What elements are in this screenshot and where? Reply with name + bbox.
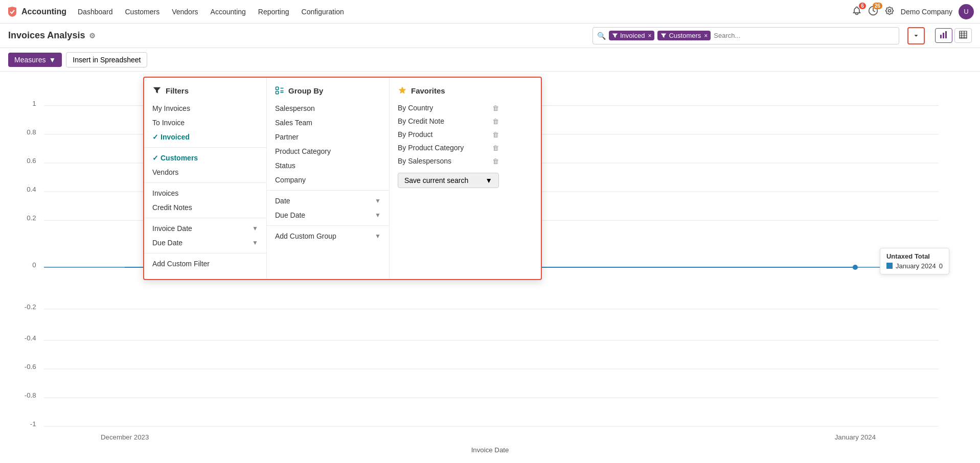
delete-by-credit-note[interactable]: 🗑 xyxy=(492,118,499,125)
filter-to-invoice[interactable]: To Invoice xyxy=(144,115,266,130)
filter-invoices[interactable]: Invoices xyxy=(144,186,266,200)
search-dropdown-button[interactable] xyxy=(907,27,925,44)
filter-vendors[interactable]: Vendors xyxy=(144,165,266,179)
filter-invoiced[interactable]: ✓Invoiced xyxy=(144,130,266,144)
clock-count: 26 xyxy=(873,3,882,9)
notification-count: 6 xyxy=(859,3,866,9)
chart-view-button[interactable] xyxy=(935,28,952,43)
main-content: 1 0.8 0.6 0.4 0.2 0 -0.2 -0.4 -0.6 -0.8 … xyxy=(0,72,980,463)
tooltip-value: 0 xyxy=(939,262,943,270)
filter-tag-invoiced-remove[interactable]: × xyxy=(648,32,651,39)
menu-configuration[interactable]: Configuration xyxy=(297,5,349,19)
filter-tag-customers[interactable]: Customers × xyxy=(657,31,711,40)
svg-text:-0.8: -0.8 xyxy=(25,391,36,399)
groupby-status[interactable]: Status xyxy=(267,158,389,173)
user-avatar[interactable]: U xyxy=(959,4,974,19)
delete-by-product-category[interactable]: 🗑 xyxy=(492,144,499,152)
clock-button[interactable]: 26 xyxy=(868,6,878,17)
company-name[interactable]: Demo Company xyxy=(901,8,952,16)
menu-accounting[interactable]: Accounting xyxy=(206,5,251,19)
tooltip-color-swatch xyxy=(886,263,893,269)
search-icon: 🔍 xyxy=(597,32,606,40)
top-navigation: Accounting Dashboard Customers Vendors A… xyxy=(0,0,980,24)
filter-invoice-date[interactable]: Invoice Date ▼ xyxy=(144,221,266,236)
svg-text:0: 0 xyxy=(32,261,36,269)
svg-text:0.8: 0.8 xyxy=(27,128,36,136)
svg-rect-2 xyxy=(943,33,944,38)
filter-due-date[interactable]: Due Date ▼ xyxy=(144,236,266,250)
chart-tooltip: Untaxed Total January 2024 0 xyxy=(880,248,949,274)
groupby-sales-team[interactable]: Sales Team xyxy=(267,115,389,130)
delete-by-salespersons[interactable]: 🗑 xyxy=(492,157,499,165)
filter-credit-notes[interactable]: Credit Notes xyxy=(144,200,266,215)
page-title: Invoices Analysis xyxy=(8,30,85,41)
filter-customers[interactable]: ✓Customers xyxy=(144,151,266,165)
favorite-by-country[interactable]: By Country 🗑 xyxy=(390,101,507,114)
svg-text:-1: -1 xyxy=(30,420,36,428)
page-title-container: Invoices Analysis ⚙ xyxy=(8,30,96,41)
favorite-by-product[interactable]: By Product 🗑 xyxy=(390,128,507,141)
svg-point-26 xyxy=(853,265,858,270)
groupby-company[interactable]: Company xyxy=(267,173,389,187)
chart-icon xyxy=(940,31,948,39)
filter-my-invoices[interactable]: My Invoices xyxy=(144,101,266,115)
subheader: Invoices Analysis ⚙ 🔍 Invoiced × Custome… xyxy=(0,24,980,48)
groupby-product-category[interactable]: Product Category xyxy=(267,144,389,158)
tooltip-row: January 2024 0 xyxy=(886,262,943,270)
groupby-due-date[interactable]: Due Date ▼ xyxy=(267,208,389,222)
search-bar: 🔍 Invoiced × Customers × xyxy=(592,27,899,44)
groupby-add-custom[interactable]: Add Custom Group ▼ xyxy=(267,229,389,243)
settings-icon[interactable]: ⚙ xyxy=(89,32,96,40)
favorite-by-product-category[interactable]: By Product Category 🗑 xyxy=(390,141,507,154)
filters-section: Filters My Invoices To Invoice ✓Invoiced… xyxy=(144,78,267,279)
groupby-salesperson[interactable]: Salesperson xyxy=(267,101,389,115)
svg-text:1: 1 xyxy=(32,100,36,107)
filter-tag-invoiced[interactable]: Invoiced × xyxy=(609,31,654,40)
search-dropdown-panel: Filters My Invoices To Invoice ✓Invoiced… xyxy=(143,77,542,280)
menu-customers[interactable]: Customers xyxy=(120,5,165,19)
svg-rect-30 xyxy=(276,87,279,89)
notifications-button[interactable]: 6 xyxy=(852,6,862,17)
svg-text:0.2: 0.2 xyxy=(27,214,36,222)
invoice-date-arrow: ▼ xyxy=(252,225,258,232)
tooltip-title: Untaxed Total xyxy=(886,252,943,260)
save-current-search-button[interactable]: Save current search ▼ xyxy=(398,173,499,188)
svg-text:0.4: 0.4 xyxy=(27,186,36,193)
filter-icon-invoiced xyxy=(612,33,618,39)
measures-button[interactable]: Measures ▼ xyxy=(8,53,62,67)
save-search-arrow: ▼ xyxy=(485,176,492,184)
menu-vendors[interactable]: Vendors xyxy=(167,5,203,19)
groupby-custom-arrow: ▼ xyxy=(375,233,381,240)
insert-spreadsheet-button[interactable]: Insert in Spreadsheet xyxy=(66,52,147,67)
groupby-due-date-arrow: ▼ xyxy=(375,212,381,219)
groupby-date-arrow: ▼ xyxy=(375,197,381,204)
measures-label: Measures xyxy=(14,56,45,64)
view-buttons xyxy=(935,28,972,43)
menu-reporting[interactable]: Reporting xyxy=(253,5,294,19)
svg-rect-31 xyxy=(276,91,279,94)
toolbar: Measures ▼ Insert in Spreadsheet xyxy=(0,48,980,72)
groupby-date[interactable]: Date ▼ xyxy=(267,194,389,208)
app-logo[interactable]: Accounting xyxy=(6,6,66,18)
favorite-by-credit-note[interactable]: By Credit Note 🗑 xyxy=(390,114,507,128)
svg-text:-0.4: -0.4 xyxy=(25,334,36,342)
filter-tag-invoiced-label: Invoiced xyxy=(620,32,645,39)
table-view-button[interactable] xyxy=(954,28,972,43)
measures-arrow: ▼ xyxy=(49,56,56,64)
due-date-arrow: ▼ xyxy=(252,239,258,246)
menu-dashboard[interactable]: Dashboard xyxy=(73,5,118,19)
tools-button[interactable] xyxy=(884,6,895,17)
search-input[interactable] xyxy=(714,32,895,39)
dropdown-chevron-icon xyxy=(913,32,920,39)
app-name: Accounting xyxy=(21,7,66,16)
groupby-partner[interactable]: Partner xyxy=(267,130,389,144)
delete-by-product[interactable]: 🗑 xyxy=(492,131,499,138)
groupby-section: Group By Salesperson Sales Team Partner … xyxy=(267,78,390,279)
filter-icon-customers xyxy=(660,33,667,39)
filter-tag-customers-remove[interactable]: × xyxy=(704,32,708,39)
svg-text:December 2023: December 2023 xyxy=(101,433,149,441)
delete-by-country[interactable]: 🗑 xyxy=(492,104,499,112)
favorite-by-salespersons[interactable]: By Salespersons 🗑 xyxy=(390,154,507,168)
filter-add-custom[interactable]: Add Custom Filter xyxy=(144,257,266,271)
favorites-title: Favorites xyxy=(390,86,507,101)
